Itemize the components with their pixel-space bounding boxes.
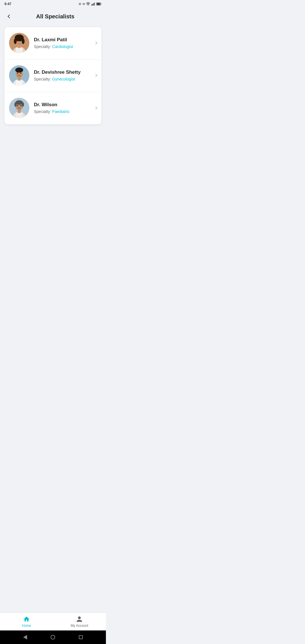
- header: All Specialists: [0, 8, 106, 25]
- account-icon: [76, 616, 83, 623]
- specialist-card-3[interactable]: Dr. Wilson Specialty: Paediatric: [5, 92, 101, 124]
- svg-rect-34: [18, 110, 21, 113]
- svg-point-11: [14, 38, 17, 44]
- wifi-icon: [86, 2, 90, 6]
- svg-point-12: [22, 38, 25, 44]
- svg-rect-1: [91, 4, 92, 5]
- android-recent-icon: [79, 635, 83, 639]
- avatar-3: [9, 98, 29, 118]
- android-recent-button[interactable]: [78, 634, 84, 640]
- status-icons: ⚙ ✉: [79, 2, 101, 6]
- avatar-1: [9, 33, 29, 53]
- svg-point-24: [17, 73, 18, 74]
- svg-rect-2: [92, 4, 93, 5]
- svg-rect-33: [16, 112, 23, 118]
- nav-myaccount-label: My Account: [71, 624, 88, 628]
- doctor-specialty-2: Specialty: Gynecologist: [34, 77, 90, 81]
- avatar-2: [9, 65, 29, 86]
- android-home-icon: [51, 635, 55, 639]
- status-bar: 6:47 ⚙ ✉: [0, 0, 106, 8]
- svg-point-16: [17, 40, 18, 42]
- bottom-nav: Home My Account: [0, 612, 106, 630]
- status-time: 6:47: [5, 2, 11, 6]
- battery-icon: [96, 2, 101, 6]
- back-button[interactable]: [5, 11, 15, 21]
- specialty-label-3: Specialty:: [34, 109, 51, 114]
- svg-rect-6: [101, 3, 101, 5]
- svg-rect-22: [16, 80, 23, 86]
- svg-rect-15: [18, 45, 21, 48]
- doctor-specialty-1: Specialty: Cardiologist: [34, 44, 90, 49]
- doctor-name-2: Dr. Devishree Shetty: [34, 69, 90, 75]
- home-icon: [23, 616, 30, 623]
- svg-rect-7: [97, 3, 100, 5]
- specialist-card-2[interactable]: Dr. Devishree Shetty Specialty: Gynecolo…: [5, 59, 101, 91]
- chevron-right-icon-2: [94, 74, 97, 77]
- page-title: All Specialists: [19, 13, 91, 20]
- svg-point-20: [15, 68, 23, 73]
- specialty-value-3: Paediatric: [52, 109, 70, 114]
- svg-point-0: [88, 5, 88, 6]
- svg-rect-3: [93, 3, 94, 5]
- specialists-content: Dr. Laxmi Patil Specialty: Cardiologist: [0, 25, 106, 369]
- nav-home[interactable]: Home: [0, 613, 53, 630]
- back-arrow-icon: [8, 14, 12, 18]
- svg-point-31: [22, 102, 24, 107]
- doctor-name-1: Dr. Laxmi Patil: [34, 37, 90, 43]
- doctor-info-1: Dr. Laxmi Patil Specialty: Cardiologist: [34, 37, 90, 49]
- nav-home-label: Home: [22, 624, 31, 628]
- android-home-button[interactable]: [50, 634, 56, 640]
- signal-icon: [91, 2, 95, 6]
- doctor-info-2: Dr. Devishree Shetty Specialty: Gynecolo…: [34, 69, 90, 81]
- svg-rect-23: [18, 78, 21, 80]
- specialty-label-1: Specialty:: [34, 44, 51, 49]
- svg-point-17: [20, 40, 21, 42]
- chevron-right-icon-1: [94, 41, 97, 44]
- settings-icon: ⚙: [79, 2, 81, 6]
- android-back-icon: [23, 635, 27, 639]
- svg-point-25: [20, 73, 21, 74]
- spacer: [0, 369, 106, 612]
- specialty-value-1: Cardiologist: [52, 44, 73, 49]
- svg-point-30: [14, 102, 17, 107]
- android-back-button[interactable]: [22, 634, 28, 640]
- doctor-name-3: Dr. Wilson: [34, 102, 90, 108]
- svg-rect-4: [94, 3, 95, 6]
- chevron-right-icon-3: [94, 106, 97, 109]
- email-icon: ✉: [82, 2, 85, 6]
- svg-point-36: [20, 105, 21, 106]
- specialist-card-1[interactable]: Dr. Laxmi Patil Specialty: Cardiologist: [5, 27, 101, 59]
- specialty-label-2: Specialty:: [34, 77, 51, 81]
- svg-point-35: [17, 105, 18, 106]
- android-nav-bar: [0, 630, 106, 644]
- specialty-value-2: Gynecologist: [52, 77, 75, 81]
- nav-myaccount[interactable]: My Account: [53, 613, 106, 630]
- specialists-list: Dr. Laxmi Patil Specialty: Cardiologist: [5, 27, 101, 124]
- doctor-specialty-3: Specialty: Paediatric: [34, 109, 90, 114]
- svg-rect-14: [16, 47, 23, 53]
- doctor-info-3: Dr. Wilson Specialty: Paediatric: [34, 102, 90, 114]
- svg-point-26: [17, 75, 22, 77]
